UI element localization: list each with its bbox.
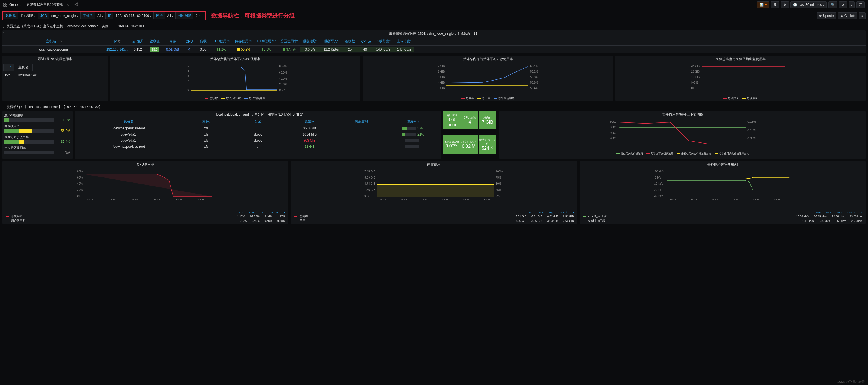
col-device[interactable]: 设备名 [77, 119, 180, 124]
svg-text:0.05%: 0.05% [747, 137, 756, 140]
cell-part-pct: 37.4% [278, 47, 301, 52]
tab-ip[interactable]: IP [4, 64, 14, 71]
breadcrumb-root[interactable]: General [9, 3, 22, 7]
col-ip[interactable]: IP ▽ [104, 39, 129, 44]
var-datasource[interactable]: 数据源 单机测试 [3, 12, 38, 20]
var-value-host[interactable]: All [95, 13, 105, 19]
share-icon[interactable] [73, 2, 79, 7]
chart-row-1: 最近7天P99资源使用率 IP 主机名 192.1... localhost.l… [0, 56, 868, 103]
col-cpu-pct[interactable]: CPU使用率 [210, 38, 232, 44]
chart-cpu[interactable]: 80%60%40%20%0% 18:1018:1518:2018:2518:30… [2, 168, 288, 210]
col-conn[interactable]: 连接数 [342, 38, 358, 44]
breadcrumb-sep: / [24, 3, 25, 7]
legend-row[interactable]: 总使用率 1.17%69.73%6.44%1.17% [5, 215, 285, 218]
legend-row[interactable]: ens33_in下载 1.14 kb/s2.56 kb/s2.52 kb/s2.… [583, 219, 863, 223]
chart-fd[interactable]: 80006000400020000 0.15%0.10%0.05% 18:101… [499, 118, 866, 151]
col-part-pct[interactable]: 分区使用率* [278, 38, 301, 44]
legend-item[interactable]: 进程使用的文件描述符占比 [677, 152, 711, 156]
chart-mem[interactable]: 7 GiB6 GiB5 GiB4 GiB3 GiB 56.4%56.2%55.8… [363, 63, 613, 96]
p99-host-cell: localhost.loc... [18, 73, 39, 77]
info-icon[interactable]: i [3, 31, 4, 34]
star-icon[interactable]: ☆ [66, 3, 71, 7]
col-disk-w[interactable]: 磁盘写入* [320, 38, 342, 44]
col-total[interactable]: 总空间 [284, 119, 336, 124]
var-value-nic[interactable]: All [165, 13, 175, 19]
legend-item[interactable]: 总已用 [477, 96, 490, 100]
var-host[interactable]: 主机名 All [80, 12, 105, 20]
refresh-button[interactable]: ⟳ [839, 1, 847, 8]
chart-load[interactable]: 543210 80.0%60.0%40.0%20.0%0.0% 18:1018:… [110, 63, 361, 96]
col-mount[interactable]: 分区 [232, 119, 284, 124]
var-job[interactable]: JOB dm_node_single [38, 12, 80, 20]
settings-button[interactable]: ⚙ [781, 1, 789, 8]
col-health[interactable]: 健康值 [146, 38, 163, 44]
update-button[interactable]: ⟳ Update [816, 12, 836, 19]
time-range-picker[interactable]: 🕘 Last 30 minutes [790, 1, 827, 8]
svg-text:18:15: 18:15 [109, 199, 116, 200]
var-value-datasource[interactable]: 单机测试 [18, 12, 37, 19]
col-uptime[interactable]: 启动(天 [129, 38, 146, 44]
legend-item[interactable]: 总使用量 [742, 96, 758, 100]
panel-title-mem: 整体总内存与整体平均内存使用率 [363, 56, 613, 63]
menu-button[interactable]: ≡ [859, 12, 866, 19]
panel-add-button[interactable]: 📊+ [757, 1, 769, 8]
col-tcp[interactable]: TCP_tw [358, 39, 373, 44]
row-header-detail[interactable]: ⌄ 资源明细：【localhost.localdomain】【192.168.1… [0, 103, 868, 111]
col-io-pct[interactable]: IOutil使用率* [255, 38, 278, 44]
var-value-ip[interactable]: 192.168.145.162:9100 [114, 13, 153, 19]
row-header-overview[interactable]: ⌄ 资源总览（关联JOB项）当前选中主机：localhost.localdoma… [0, 22, 868, 30]
svg-text:3 GiB: 3 GiB [438, 87, 445, 90]
legend-row[interactable]: 已用 3.66 GiB3.66 GiB3.63 GiB3.66 GiB [294, 219, 574, 223]
var-interval[interactable]: 时间间隔 2m [175, 12, 205, 20]
save-button[interactable]: 🖫 [771, 1, 779, 8]
topbar: General / 达梦数据库主机监控模板 ☆ 📊+ 🖫 ⚙ 🕘 Last 30… [0, 0, 868, 9]
legend-row[interactable]: 总内存 6.51 GiB6.51 GiB6.51 GiB6.51 GiB [294, 215, 574, 218]
cell-ip[interactable]: 192.168.145... [104, 47, 129, 52]
legend-item[interactable]: 总使用的文件描述符 [616, 152, 643, 156]
legend-row[interactable]: ens33_out上传 10.53 kb/s26.85 kb/s22.36 kb… [583, 215, 863, 218]
legend-item[interactable]: 每秒上下文切换次数 [647, 152, 674, 156]
legend-item[interactable]: 每秒使用的文件描述符占比 [715, 152, 749, 156]
legend-item[interactable]: 总平均使用率 [244, 96, 266, 100]
info-icon[interactable]: i [76, 112, 76, 115]
chart-meminfo[interactable]: 7.45 GiB5.59 GiB3.73 GiB1.86 GiB0 B 100%… [291, 168, 577, 210]
zoom-out-button[interactable]: 🔍 [828, 1, 837, 8]
var-ip[interactable]: IP 192.168.145.162:9100 [105, 12, 154, 20]
svg-text:100%: 100% [496, 170, 503, 173]
col-pct[interactable]: 使用率 ↓ [387, 119, 439, 124]
var-value-job[interactable]: dm_node_single [49, 13, 80, 19]
panel-usage-bars: 总CPU使用率 1.2% 内存使用率 56.2% 最大分区(/)使用率 37.4… [2, 111, 72, 159]
stat-tile: CPU iowait0.00% [443, 135, 461, 154]
col-fs[interactable]: 文件; [180, 119, 232, 124]
refresh-interval-button[interactable] [848, 1, 855, 8]
svg-text:18:10: 18:10 [670, 199, 676, 200]
col-dl[interactable]: 下载带宽* [373, 38, 394, 44]
legend-item[interactable]: 总核数 [205, 96, 218, 100]
tab-host[interactable]: 主机名 [14, 64, 32, 71]
col-host[interactable]: 主机名 ↑ ▽ [4, 38, 104, 44]
github-button[interactable]: ◉ GitHub [838, 12, 857, 19]
svg-text:18:25: 18:25 [732, 199, 739, 200]
legend-item[interactable]: 总磁盘量 [723, 96, 739, 100]
page-title[interactable]: 达梦数据库主机监控模板 [27, 2, 63, 7]
chevron-down-icon [172, 14, 173, 18]
col-ul[interactable]: 上传带宽* [394, 38, 414, 44]
col-mem-pct[interactable]: 内存使用率 [232, 38, 255, 44]
time-range-label: Last 30 minutes [798, 3, 822, 7]
chart-net[interactable]: 10 kb/s0 b/s-10 kb/s-20 kb/s-30 kb/s 18:… [580, 168, 866, 210]
legend-item[interactable]: 总平均使用率 [494, 96, 515, 100]
legend-item[interactable]: 总5分钟负载 [221, 96, 241, 100]
var-nic[interactable]: 网卡 All [154, 12, 176, 20]
var-value-interval[interactable]: 2m [193, 13, 205, 19]
chart-disk[interactable]: 37 GiB28 GiB19 GiB9 GiB0 B 18:1018:1518:… [615, 63, 866, 96]
panel-mem-chart: 整体总内存与整体平均内存使用率 7 GiB6 GiB5 GiB4 GiB3 Gi… [363, 56, 613, 101]
legend-item[interactable]: 总内存 [461, 96, 474, 100]
col-free[interactable]: 剩余空间 [336, 119, 387, 124]
col-load[interactable]: 负载 [196, 38, 210, 44]
svg-text:-20 kb/s: -20 kb/s [653, 188, 663, 191]
legend-row[interactable]: 用户使用率 0.16%0.40%0.40%0.38% [5, 219, 285, 223]
col-cpu[interactable]: CPU [182, 39, 196, 44]
col-mem[interactable]: 内存 [163, 38, 182, 44]
view-button[interactable]: 🖵 [856, 1, 865, 8]
col-disk-r[interactable]: 磁盘读取* [301, 38, 320, 44]
